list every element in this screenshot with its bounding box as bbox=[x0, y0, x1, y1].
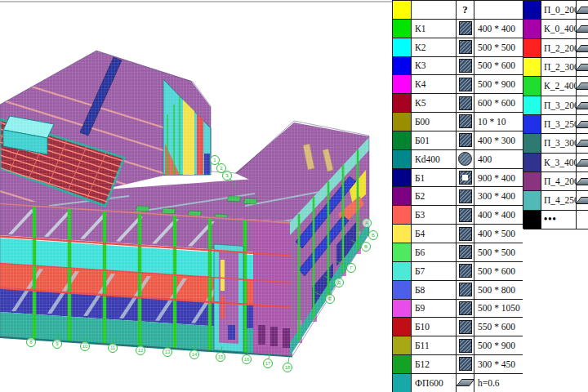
svg-text:Е: Е bbox=[328, 296, 332, 301]
model-viewport[interactable]: 89101112131415161718АБВГДЕ123 bbox=[0, 0, 392, 392]
legend-row-Б2[interactable]: Б2300 * 400 bbox=[393, 187, 523, 206]
element-name: Б00 bbox=[412, 113, 457, 131]
element-name: Б2 bbox=[412, 187, 457, 205]
svg-text:10: 10 bbox=[82, 344, 88, 349]
legend-row-ФП600[interactable]: ФП600h=0.6 bbox=[393, 374, 523, 392]
legend-row-П_2_200[interactable]: П_2_200 bbox=[523, 39, 588, 58]
section-icon-cell bbox=[457, 131, 474, 149]
section-icon-cell bbox=[457, 94, 474, 112]
plate-icon-cell bbox=[577, 154, 588, 172]
plate-icon bbox=[577, 82, 588, 90]
legend-row-Б4[interactable]: Б4400 * 500 bbox=[393, 225, 523, 243]
legend-row-header[interactable]: ? bbox=[393, 1, 523, 20]
plate-icon bbox=[577, 45, 588, 52]
element-name: Б12 bbox=[412, 355, 457, 373]
section-icon-cell bbox=[457, 262, 474, 280]
legend-row-П_3_300[interactable]: П_3_300 bbox=[523, 134, 588, 153]
legend-row-more[interactable]: ••• bbox=[523, 211, 588, 229]
plate-icon bbox=[577, 64, 588, 71]
section-size: 400 bbox=[474, 150, 523, 168]
color-swatch bbox=[393, 131, 412, 149]
color-swatch bbox=[393, 225, 412, 243]
legend-row-К_0_400[interactable]: К_0_400 bbox=[523, 20, 588, 38]
legend-row-К_2_400[interactable]: К_2_400 bbox=[523, 77, 588, 96]
legend-row-П_3_250[interactable]: П_3_250 bbox=[523, 115, 588, 134]
section-icon-cell bbox=[457, 300, 474, 318]
plate-icon bbox=[457, 379, 474, 386]
color-swatch bbox=[393, 75, 412, 93]
svg-text:13: 13 bbox=[165, 350, 171, 354]
section-hatch-icon bbox=[459, 96, 472, 110]
section-size: 550 * 600 bbox=[474, 318, 523, 336]
legend-row-Б01[interactable]: Б01400 * 300 bbox=[393, 131, 523, 150]
color-swatch bbox=[393, 300, 412, 318]
axis-bubble: 3 bbox=[223, 172, 232, 180]
svg-text:11: 11 bbox=[110, 345, 116, 350]
legend-row-Б8[interactable]: Б8500 * 800 bbox=[393, 281, 523, 300]
section-hatch-icon bbox=[459, 227, 472, 241]
legend-row-К_3_400[interactable]: К_3_400 bbox=[523, 154, 588, 172]
plate-icon-cell bbox=[577, 115, 588, 133]
color-swatch bbox=[393, 113, 412, 131]
legend-row-К2[interactable]: К2500 * 500 bbox=[393, 38, 523, 57]
legend-row-Б3[interactable]: Б3400 * 400 bbox=[393, 206, 523, 225]
legend-row-Б6[interactable]: Б6500 * 500 bbox=[393, 243, 523, 262]
plate-icon-cell bbox=[577, 1, 588, 19]
section-icon-cell bbox=[457, 225, 474, 243]
legend-row-Б9[interactable]: Б9500 * 1050 bbox=[393, 300, 523, 318]
axis-bubble: 10 bbox=[81, 342, 90, 351]
color-swatch bbox=[523, 39, 541, 57]
legend-row-Кd400[interactable]: Кd400400 bbox=[393, 150, 523, 169]
section-icon-cell bbox=[457, 75, 474, 93]
legend-row-К3[interactable]: К3500 * 600 bbox=[393, 57, 523, 76]
legend-plates-table: П_0_200К_0_400П_2_200П_2_300К_2_400П_3_2… bbox=[523, 0, 588, 229]
section-size: h=0.6 bbox=[474, 374, 523, 392]
section-size: 400 * 500 bbox=[474, 225, 523, 243]
element-name: К_2_400 bbox=[541, 77, 577, 95]
section-icon-cell bbox=[457, 169, 474, 187]
svg-text:14: 14 bbox=[192, 352, 198, 357]
color-swatch bbox=[523, 77, 541, 95]
axis-bubble: 16 bbox=[243, 355, 252, 364]
legend-row-Б00[interactable]: Б0010 * 10 bbox=[393, 113, 523, 131]
section-size: 400 * 400 bbox=[474, 206, 523, 224]
plate-icon-cell bbox=[577, 134, 588, 152]
legend-row-Б10[interactable]: Б10550 * 600 bbox=[393, 318, 523, 336]
section-hatch-icon bbox=[459, 40, 472, 54]
hollow-section-icon bbox=[459, 171, 472, 185]
axis-bubble: 17 bbox=[264, 359, 273, 368]
axis-bubble: 14 bbox=[190, 350, 199, 359]
section-icon-cell bbox=[457, 318, 474, 336]
legend-row-К5[interactable]: К5600 * 600 bbox=[393, 94, 523, 113]
plate-icon bbox=[577, 178, 588, 185]
color-swatch bbox=[393, 20, 412, 38]
legend-row-П_2_300[interactable]: П_2_300 bbox=[523, 58, 588, 77]
element-name: К_0_400 bbox=[541, 20, 577, 38]
legend-row-П_4_200[interactable]: П_4_200 bbox=[523, 172, 588, 191]
plate-icon bbox=[577, 25, 588, 33]
legend-row-Б12[interactable]: Б12300 * 450 bbox=[393, 355, 523, 374]
element-name: Б8 bbox=[412, 281, 457, 299]
legend-row-П_3_200[interactable]: П_3_200 bbox=[523, 96, 588, 115]
plate-icon-cell bbox=[577, 20, 588, 38]
plate-icon-cell bbox=[577, 211, 588, 229]
axis-bubble: 1 bbox=[211, 156, 220, 165]
color-swatch bbox=[393, 94, 412, 112]
element-name: П_4_200 bbox=[541, 172, 577, 190]
legend-row-П_0_200[interactable]: П_0_200 bbox=[523, 1, 588, 20]
plate-icon-cell bbox=[577, 77, 588, 95]
legend-row-П_4_250[interactable]: П_4_250 bbox=[523, 191, 588, 210]
unknown-section-icon: ? bbox=[462, 3, 468, 16]
legend-row-К4[interactable]: К4500 * 900 bbox=[393, 75, 523, 94]
element-name: К5 bbox=[412, 94, 457, 112]
color-swatch bbox=[523, 115, 541, 133]
section-size: 500 * 800 bbox=[474, 281, 523, 299]
legend-row-К1[interactable]: К1400 * 400 bbox=[393, 20, 523, 38]
color-swatch bbox=[393, 318, 412, 336]
legend-row-Б1[interactable]: Б1900 * 400 bbox=[393, 169, 523, 188]
axis-bubble: Б bbox=[369, 231, 378, 240]
section-icon-cell bbox=[457, 281, 474, 299]
legend-row-Б11[interactable]: Б11500 * 900 bbox=[393, 336, 523, 355]
legend-row-Б7[interactable]: Б7500 * 600 bbox=[393, 262, 523, 281]
color-swatch bbox=[523, 134, 541, 152]
